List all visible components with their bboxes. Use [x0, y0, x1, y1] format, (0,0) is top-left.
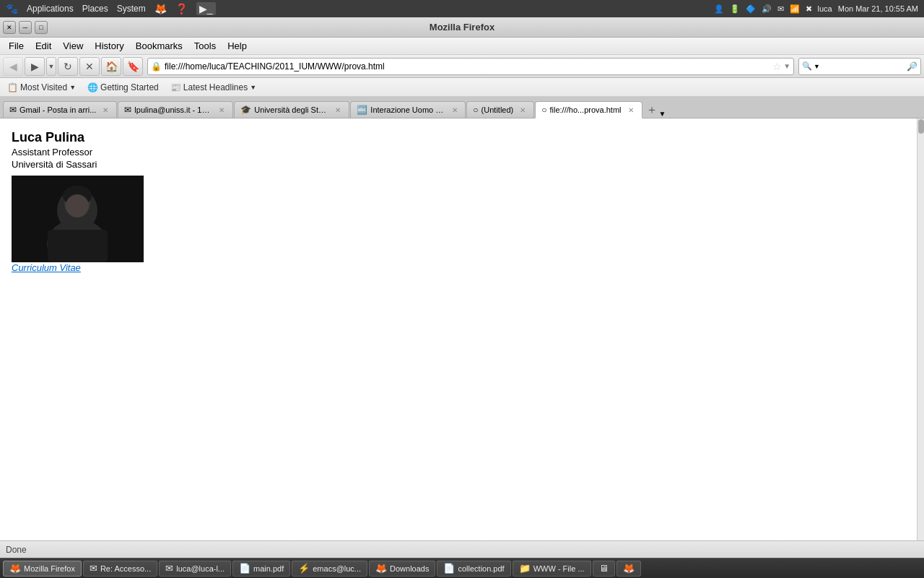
bookmark-arrow-lh: ▼: [250, 84, 256, 91]
tab-5[interactable]: ○ file:///ho...prova.html ✕: [535, 101, 642, 118]
scrollbar-track[interactable]: [917, 118, 924, 540]
taskbar-emacs[interactable]: ⚡ emacs@luc...: [292, 561, 367, 577]
taskbar-collection-label: collection.pdf: [458, 564, 504, 573]
search-engine-dropdown[interactable]: ▼: [814, 63, 820, 70]
tab-close-0[interactable]: ✕: [100, 105, 110, 115]
address-input[interactable]: [165, 61, 772, 72]
bookmark-getting-started[interactable]: 🌐 Getting Started: [83, 81, 163, 94]
back-button[interactable]: ◀: [3, 57, 23, 76]
tab-close-1[interactable]: ✕: [217, 105, 227, 115]
places-menu[interactable]: Places: [82, 4, 108, 14]
taskbar-pdf-icon: 📄: [239, 563, 250, 574]
tab-icon-2: 🎓: [240, 105, 251, 115]
taskbar-www-label: WWW - File ...: [533, 564, 585, 573]
taskbar-firefox[interactable]: 🦊 Mozilla Firefox: [3, 561, 82, 577]
menu-help[interactable]: Help: [222, 39, 253, 53]
tab-icon-1: ✉: [124, 105, 131, 115]
help-icon: ❓: [175, 3, 188, 14]
menubar: File Edit View History Bookmarks Tools H…: [0, 38, 924, 55]
taskbar-emacs-label: emacs@luc...: [313, 564, 361, 573]
search-go-button[interactable]: 🔎: [907, 61, 918, 72]
bookmark-latest-headlines[interactable]: 📰 Latest Headlines ▼: [166, 81, 261, 94]
menu-tools[interactable]: Tools: [188, 39, 222, 53]
bookmarks-button[interactable]: 🔖: [123, 57, 143, 76]
taskbar-www[interactable]: 📁 WWW - File ...: [513, 561, 591, 577]
bookmark-arrow: ▼: [69, 84, 76, 91]
tab-3[interactable]: 🔤 Interazione Uomo M... ✕: [350, 101, 466, 118]
panel-right: 👤 🔋 🔷 🔊 ✉ 📶 ✖ luca Mon Mar 21, 10:55 AM: [714, 4, 918, 14]
terminal-icon[interactable]: ▶_: [196, 2, 216, 15]
firefox-icon: 🦊: [154, 3, 167, 14]
scrollbar-thumb[interactable]: [918, 119, 924, 134]
tab-0[interactable]: ✉ Gmail - Posta in arri... ✕: [3, 101, 117, 118]
close-button[interactable]: ✕: [3, 21, 16, 34]
system-menu[interactable]: System: [117, 4, 146, 14]
taskbar-pdf-label: main.pdf: [253, 564, 284, 573]
menu-view[interactable]: View: [57, 39, 89, 53]
search-input[interactable]: [820, 61, 907, 72]
main-content-scroll: Luca Pulina Assistant Professor Universi…: [0, 118, 924, 540]
menu-bookmarks[interactable]: Bookmarks: [130, 39, 188, 53]
wifi-icon: 📶: [790, 4, 800, 14]
tab-label-5: file:///ho...prova.html: [549, 105, 621, 114]
taskbar-downloads-label: Downloads: [390, 564, 429, 573]
home-button[interactable]: 🏠: [101, 57, 121, 76]
forward-dropdown-button[interactable]: ▼: [46, 57, 56, 76]
bookmark-label-gs: Getting Started: [100, 82, 159, 92]
tab-close-4[interactable]: ✕: [518, 105, 528, 115]
menu-edit[interactable]: Edit: [30, 39, 57, 53]
address-dropdown[interactable]: ▼: [783, 62, 790, 70]
taskbar-pdf[interactable]: 📄 main.pdf: [232, 561, 290, 577]
site-security-icon: 🔒: [151, 61, 162, 72]
tab-close-3[interactable]: ✕: [450, 105, 459, 115]
bookmark-star[interactable]: ☆: [772, 61, 782, 72]
menu-file[interactable]: File: [3, 39, 30, 53]
tab-label-1: lpulina@uniss.it - 12...: [134, 105, 212, 114]
titlebar: ✕ ─ □ Mozilla Firefox: [0, 17, 924, 38]
taskbar-terminal[interactable]: 🖥: [593, 561, 615, 577]
taskbar-email2[interactable]: ✉ luca@luca-l...: [159, 561, 231, 577]
panel-left: 🐾 Applications Places System 🦊 ❓ ▶_: [6, 2, 216, 15]
tab-close-2[interactable]: ✕: [333, 105, 343, 115]
search-engine-icon[interactable]: 🔍: [802, 61, 812, 71]
minimize-button[interactable]: ─: [19, 21, 32, 34]
tab-icon-0: ✉: [9, 105, 17, 115]
taskbar-firefox2[interactable]: 🦊: [616, 561, 641, 577]
reload-button[interactable]: ↻: [58, 57, 78, 76]
person-name: Luca Pulina: [12, 130, 912, 145]
tab-4[interactable]: ○ (Untitled) ✕: [466, 101, 534, 118]
bookmark-most-visited[interactable]: 📋 Most Visited ▼: [3, 81, 80, 94]
new-tab-button[interactable]: ＋: [646, 103, 658, 118]
applications-menu[interactable]: Applications: [27, 4, 74, 14]
forward-button[interactable]: ▶: [25, 57, 45, 76]
taskbar-firefox-label: Mozilla Firefox: [24, 564, 75, 573]
bookmark-icon: 📋: [7, 82, 18, 92]
tab-scroll-right[interactable]: ▼: [659, 110, 666, 118]
taskbar-email-icon: ✉: [90, 563, 97, 574]
taskbar-downloads[interactable]: 🦊 Downloads: [369, 561, 435, 577]
window-controls[interactable]: ✕ ─ □: [0, 21, 48, 34]
bookmark-icon-lh: 📰: [170, 82, 181, 92]
taskbar-downloads-icon: 🦊: [375, 563, 387, 574]
tab-label-4: (Untitled): [481, 105, 514, 114]
stop-button[interactable]: ✕: [79, 57, 100, 76]
menu-history[interactable]: History: [89, 39, 129, 53]
panel-icon-foot: 🐾: [6, 3, 18, 14]
tab-2[interactable]: 🎓 Università degli Stu... ✕: [234, 101, 349, 118]
bookmark-label: Most Visited: [20, 82, 67, 92]
maximize-button[interactable]: □: [35, 21, 48, 34]
navigation-toolbar: ◀ ▶ ▼ ↻ ✕ 🏠 🔖 🔒 ☆ ▼ 🔍 ▼ 🔎: [0, 55, 924, 78]
bookmarks-bar: 📋 Most Visited ▼ 🌐 Getting Started 📰 Lat…: [0, 78, 924, 97]
tab-close-5[interactable]: ✕: [626, 105, 636, 115]
search-bar: 🔍 ▼ 🔎: [798, 58, 921, 75]
taskbar-firefox2-icon: 🦊: [623, 563, 635, 574]
taskbar-www-icon: 📁: [519, 563, 531, 574]
svg-point-5: [66, 194, 89, 217]
status-text: Done: [6, 545, 27, 555]
taskbar-email[interactable]: ✉ Re: Accesso...: [83, 561, 157, 577]
cv-link[interactable]: Curriculum Vitae: [12, 262, 81, 273]
bookmark-label-lh: Latest Headlines: [183, 82, 248, 92]
tab-1[interactable]: ✉ lpulina@uniss.it - 12... ✕: [118, 101, 233, 118]
address-bar-container: 🔒 ☆ ▼: [147, 58, 794, 75]
taskbar-collection[interactable]: 📄 collection.pdf: [437, 561, 510, 577]
